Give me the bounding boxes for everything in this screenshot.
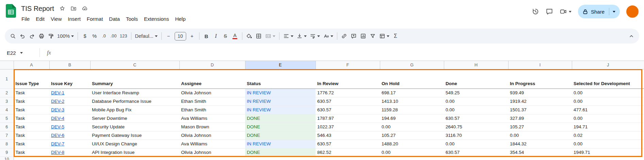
menu-data[interactable]: Data [106,14,123,23]
row-header[interactable]: 5 [0,114,14,123]
cell[interactable]: 1919.42 [508,97,572,106]
add-comment-icon[interactable] [349,31,358,41]
cell[interactable]: 1787.97 [316,114,380,123]
cell[interactable]: 698.17 [380,89,444,97]
cell[interactable]: 1949.71 [572,148,644,157]
cell[interactable]: 354.54 [508,148,572,157]
cell[interactable]: 630.57 [316,106,380,114]
cell[interactable]: User Interface Revamp [90,89,179,97]
column-header-H[interactable]: H [444,61,508,69]
status-cell[interactable]: IN REVIEW [245,97,316,106]
cell[interactable]: Ethan Smith [179,97,245,106]
cell[interactable]: Database Performance Issue [90,97,179,106]
cell[interactable]: 630.57 [444,148,508,157]
cell[interactable]: API Integration Issue [90,148,179,157]
cell[interactable]: 0.00 [572,97,644,106]
cell[interactable]: 105.27 [508,123,572,131]
redo-icon[interactable] [27,31,36,41]
cell[interactable]: Task [14,131,49,140]
cell[interactable]: 1488.20 [380,140,444,148]
cell[interactable]: 862.52 [316,148,380,157]
cell[interactable]: 0.00 [380,123,444,131]
cell[interactable]: 939.49 [508,89,572,97]
cell[interactable]: Olivia Johnson [179,89,245,97]
menu-view[interactable]: View [48,14,65,23]
status-cell[interactable]: DONE [245,148,316,157]
table-header-cell[interactable]: Summary [90,69,179,89]
row-header[interactable]: 10 [0,157,14,160]
status-cell[interactable]: IN REVIEW [245,106,316,114]
functions-sigma-icon[interactable]: Σ [391,31,400,41]
version-history-icon[interactable] [532,8,539,15]
vertical-align-icon[interactable] [295,31,308,41]
row-header[interactable]: 3 [0,97,14,106]
table-views-icon[interactable] [378,31,391,41]
cloud-saved-icon[interactable] [82,5,88,12]
cell[interactable]: Security Update [90,123,179,131]
document-title[interactable]: TIS Report [21,5,54,13]
menu-insert[interactable]: Insert [65,14,84,23]
column-header-D[interactable]: D [179,61,245,69]
issue-key-link[interactable]: DEV-2 [49,97,90,106]
cell[interactable]: 1501.37 [508,106,572,114]
table-header-cell[interactable]: Done [444,69,508,89]
decrease-font-size-icon[interactable]: − [164,31,173,41]
row-header[interactable]: 9 [0,148,14,157]
status-cell[interactable]: DONE [245,131,316,140]
insert-chart-icon[interactable] [359,31,368,41]
increase-decimals-icon[interactable]: .00 [109,31,118,41]
italic-icon[interactable]: I [211,31,221,41]
cell[interactable] [572,157,644,160]
select-all-corner[interactable] [0,61,14,69]
font-size-input[interactable]: 10 [175,32,186,41]
cell[interactable]: 1159.28 [380,106,444,114]
create-filter-icon[interactable] [368,31,377,41]
status-cell[interactable]: DONE [245,123,316,131]
issue-key-link[interactable]: DEV-3 [49,106,90,114]
increase-font-size-icon[interactable]: + [188,31,197,41]
status-cell[interactable]: IN REVIEW [245,140,316,148]
cell[interactable]: Task [14,123,49,131]
cell[interactable]: 0.00 [380,148,444,157]
cell[interactable]: Mason Brown [179,123,245,131]
status-cell[interactable]: DONE [245,114,316,123]
text-color-icon[interactable]: A [230,31,240,41]
row-header[interactable]: 4 [0,106,14,114]
bold-icon[interactable]: B [202,31,211,41]
table-header-cell[interactable]: Status [245,69,316,89]
row-header[interactable]: 6 [0,123,14,131]
text-wrap-icon[interactable] [308,31,321,41]
row-header[interactable]: 8 [0,140,14,148]
fill-color-icon[interactable] [245,31,254,41]
meet-camera-icon[interactable] [560,8,571,15]
share-dropdown-caret[interactable] [613,11,615,13]
cell[interactable]: 549.25 [444,89,508,97]
cell[interactable] [179,157,245,160]
paint-format-icon[interactable] [46,31,55,41]
table-header-cell[interactable]: On Hold [380,69,444,89]
column-header-E[interactable]: E [245,61,316,69]
cell[interactable]: Payment Gateway Issue [90,131,179,140]
cell[interactable]: Ethan Smith [179,106,245,114]
cell[interactable] [316,157,380,160]
cell[interactable]: 0.00 [444,106,508,114]
table-header-cell[interactable]: Issue Key [49,69,90,89]
zoom-select[interactable]: 100% [56,31,75,41]
cell[interactable]: Server Downtime [90,114,179,123]
cell[interactable]: 0.00 [572,140,644,148]
cell[interactable]: 0.00 [572,114,644,123]
sheets-logo[interactable] [6,4,16,19]
collapse-toolbar-icon[interactable] [627,31,636,41]
cell[interactable]: 630.57 [444,114,508,123]
column-header-I[interactable]: I [508,61,572,69]
menu-tools[interactable]: Tools [123,14,141,23]
cell[interactable]: 1413.10 [380,97,444,106]
column-header-F[interactable]: F [316,61,380,69]
decrease-decimals-icon[interactable]: .0 [99,31,109,41]
undo-icon[interactable] [18,31,27,41]
format-percent-icon[interactable]: % [90,31,99,41]
number-format-icon[interactable]: 123 [118,31,128,41]
cell[interactable] [245,157,316,160]
cell[interactable]: UI/UX Design Change [90,140,179,148]
cell[interactable]: Olivia Johnson [179,148,245,157]
